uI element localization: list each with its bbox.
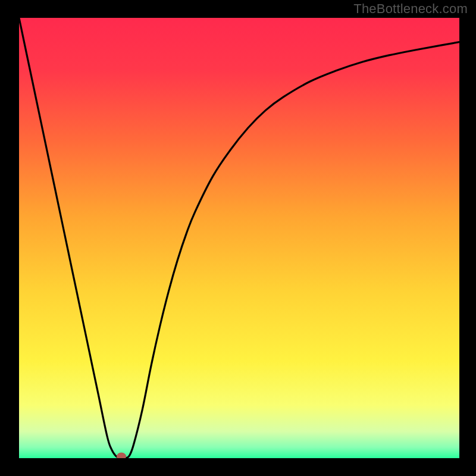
chart-frame: TheBottleneck.com [0,0,476,476]
watermark-text: TheBottleneck.com [353,1,468,17]
bottleneck-curve [19,18,459,458]
plot-area [19,18,459,458]
optimal-point-marker [117,453,126,458]
